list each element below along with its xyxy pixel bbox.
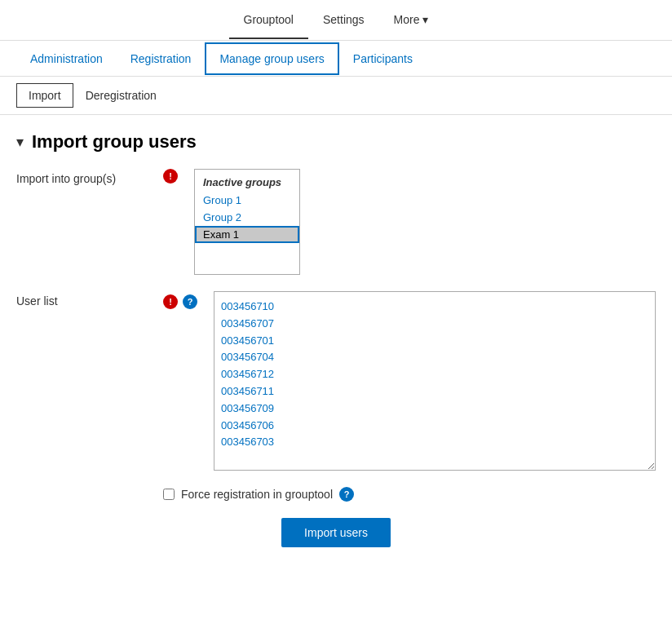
import-users-button[interactable]: Import users — [281, 518, 391, 547]
user-list-textarea[interactable]: 003456710 003456707 003456701 003456704 … — [214, 291, 656, 471]
list-item-group2[interactable]: Group 2 — [195, 209, 299, 226]
more-label: More — [394, 13, 420, 26]
force-registration-row: Force registration in grouptool ? — [163, 487, 656, 502]
top-nav: Grouptool Settings More ▾ — [0, 0, 672, 41]
import-into-groups-row: Import into group(s) ! Inactive groups G… — [16, 169, 656, 275]
chevron-down-icon: ▾ — [422, 13, 428, 26]
user-list-required-icon: ! — [163, 294, 178, 309]
user-list-label: User list — [16, 291, 147, 307]
user-list-help-icon[interactable]: ? — [183, 294, 197, 309]
sub-nav-manage-group-users[interactable]: Manage group users — [205, 42, 338, 75]
force-reg-help-icon[interactable]: ? — [339, 487, 354, 502]
top-nav-settings[interactable]: Settings — [308, 2, 379, 39]
main-content: ▾ Import group users Import into group(s… — [0, 115, 672, 564]
collapse-icon[interactable]: ▾ — [16, 133, 24, 151]
force-registration-checkbox[interactable] — [163, 489, 175, 500]
sub-nav: Administration Registration Manage group… — [0, 41, 672, 77]
top-nav-more[interactable]: More ▾ — [379, 2, 444, 39]
tab-import[interactable]: Import — [16, 83, 73, 108]
required-icon: ! — [163, 169, 178, 184]
list-item-exam1[interactable]: Exam 1 — [195, 226, 299, 243]
sub-nav-participants[interactable]: Participants — [339, 43, 427, 74]
section-title: Import group users — [32, 131, 197, 153]
sub-nav-registration[interactable]: Registration — [117, 43, 206, 74]
import-button-row: Import users — [16, 518, 656, 547]
user-list-icons: ! ? — [163, 294, 197, 309]
tab-row: Import Deregistration — [0, 77, 672, 115]
list-item-group1[interactable]: Group 1 — [195, 192, 299, 209]
import-groups-label: Import into group(s) — [16, 169, 147, 185]
group-listbox[interactable]: Inactive groups Group 1 Group 2 Exam 1 — [194, 169, 300, 275]
tab-deregistration[interactable]: Deregistration — [73, 83, 169, 108]
section-header: ▾ Import group users — [16, 131, 656, 153]
top-nav-grouptool[interactable]: Grouptool — [229, 2, 308, 39]
user-list-row: User list ! ? 003456710 003456707 003456… — [16, 291, 656, 471]
force-registration-label[interactable]: Force registration in grouptool — [181, 488, 333, 501]
sub-nav-administration[interactable]: Administration — [16, 43, 117, 74]
listbox-header: Inactive groups — [195, 173, 299, 192]
